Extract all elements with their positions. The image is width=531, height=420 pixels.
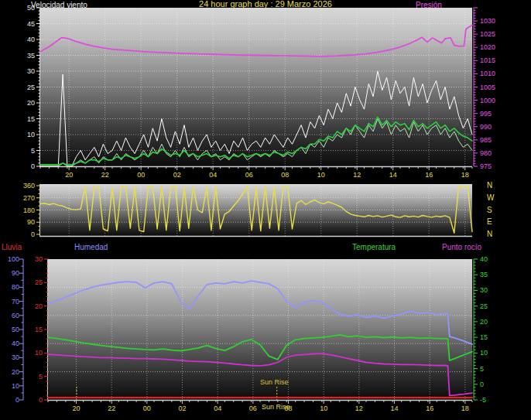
y-tick-label: 30	[480, 286, 488, 294]
y-tick-label: 1015	[480, 56, 495, 64]
y-axis-pressure: 9759809859909951000100510101015102010251…	[474, 8, 495, 170]
wind-direction-compass-labels: N W S E N	[487, 179, 494, 241]
y-tick-label: 25	[480, 302, 488, 310]
x-tick-label: 04	[209, 171, 217, 179]
y-tick-label: 5	[31, 147, 35, 155]
compass-letter-n-bottom: N	[487, 228, 494, 241]
x-tick-label: 08	[281, 171, 289, 179]
y-axis-humidity: 0102030405060708090100	[8, 255, 23, 404]
y-tick-label: 20	[35, 302, 43, 310]
y-tick-label: 40	[27, 36, 35, 43]
y-tick-label: 10	[27, 131, 35, 138]
y-tick-label: 90	[27, 218, 35, 226]
y-tick-label: 10	[12, 382, 19, 390]
y-tick-label: 60	[12, 312, 19, 319]
y-tick-label: 1010	[480, 70, 495, 77]
y-tick-label: 50	[12, 326, 19, 333]
x-axis: 202200020406081012141618	[48, 401, 472, 412]
temperature-series-label: Temperatura	[352, 243, 396, 251]
y-tick-label: 10	[480, 349, 488, 357]
y-tick-label: 5	[39, 373, 43, 381]
x-tick-label: 16	[425, 171, 433, 179]
y-axis-temp: -50510152025303540	[474, 255, 488, 404]
y-tick-label: 35	[480, 271, 488, 278]
y-tick-label: 1025	[480, 30, 495, 38]
y-tick-label: 20	[12, 368, 19, 376]
y-tick-label: 45	[27, 20, 35, 28]
y-axis-rain: 051015202530	[35, 255, 48, 404]
y-tick-label: 30	[35, 255, 43, 263]
dew-point-series-label: Punto rocío	[442, 243, 481, 251]
x-tick-label: 16	[426, 405, 433, 412]
y-tick-label: 15	[35, 326, 43, 333]
x-tick-label: 06	[249, 405, 257, 412]
charts-canvas: 0510152025303540455097598098599099510001…	[0, 0, 531, 420]
y-tick-label: 15	[27, 115, 35, 123]
y-tick-label: 25	[35, 278, 43, 286]
y-tick-label: 0	[480, 381, 484, 388]
x-tick-label: 18	[461, 405, 469, 412]
x-tick-label: 00	[137, 171, 145, 179]
x-tick-label: 12	[355, 405, 363, 412]
y-tick-label: 0	[31, 230, 35, 238]
y-tick-label: 40	[12, 340, 19, 347]
y-tick-label: 90	[12, 269, 19, 277]
weather-24h-graph-window: 0510152025303540455097598098599099510001…	[0, 0, 531, 420]
x-tick-label: 02	[173, 171, 181, 179]
y-tick-label: 995	[480, 110, 492, 118]
y-tick-label: 25	[27, 84, 35, 91]
compass-letter-e: E	[487, 216, 494, 228]
y-tick-label: 20	[27, 99, 35, 107]
x-tick-label: 14	[391, 405, 399, 412]
x-tick-label: 02	[179, 405, 187, 412]
y-tick-label: 270	[23, 194, 35, 202]
graph-title: 24 hour graph day : 29 Marzo 2026	[0, 0, 531, 9]
x-tick-label: 14	[389, 171, 397, 179]
y-tick-label: 180	[23, 207, 35, 214]
y-tick-label: 1000	[480, 97, 495, 104]
y-tick-label: 990	[480, 123, 492, 131]
compass-letter-s: S	[487, 204, 494, 217]
y-tick-label: 100	[8, 255, 19, 263]
y-tick-label: -5	[480, 396, 486, 404]
y-tick-label: 5	[480, 365, 484, 373]
x-tick-label: 10	[320, 405, 327, 412]
y-tick-label: 1005	[480, 84, 495, 91]
y-tick-label: 30	[12, 353, 19, 361]
y-tick-label: 0	[39, 396, 43, 404]
y-tick-label: 980	[480, 149, 492, 157]
x-tick-label: 18	[461, 171, 469, 179]
x-tick-label: 10	[317, 171, 325, 179]
y-tick-label: 10	[35, 349, 43, 357]
y-tick-label: 0	[31, 162, 35, 170]
pressure-panel-title: Presión	[416, 1, 442, 9]
y-tick-label: 985	[480, 136, 492, 144]
y-tick-label: 1020	[480, 43, 495, 51]
y-tick-label: 40	[480, 255, 488, 263]
x-tick-label: 20	[65, 171, 73, 179]
y-axis-dir: 090180270360	[23, 182, 40, 238]
y-tick-label: 0	[15, 396, 19, 404]
x-tick-label: 20	[73, 405, 81, 412]
panel-wind_direction: 090180270360	[23, 182, 472, 238]
x-tick-label: 22	[108, 405, 115, 412]
y-axis-speed: 05101520253035404550	[27, 4, 40, 170]
rain-series-label: Lluvia	[2, 243, 22, 251]
compass-letter-n-top: N	[487, 179, 494, 192]
y-tick-label: 975	[480, 162, 492, 170]
x-tick-label: 00	[143, 405, 151, 412]
y-tick-label: 1030	[480, 17, 495, 25]
x-tick-label: 12	[353, 171, 361, 179]
y-tick-label: 30	[27, 67, 35, 75]
x-axis: 202200020406081012141618	[40, 167, 472, 179]
x-tick-label: 04	[214, 405, 221, 412]
panel-wind_pressure: 0510152025303540455097598098599099510001…	[27, 4, 495, 179]
y-tick-label: 15	[480, 333, 488, 341]
x-tick-label: 22	[101, 171, 109, 179]
y-tick-label: 20	[480, 318, 488, 326]
y-tick-label: 35	[27, 52, 35, 60]
humidity-series-label: Humedad	[74, 243, 108, 251]
y-tick-label: 360	[23, 182, 35, 190]
panel-climate: 0102030405060708090100051015202530-50510…	[8, 255, 488, 412]
x-tick-label: 06	[245, 171, 253, 179]
